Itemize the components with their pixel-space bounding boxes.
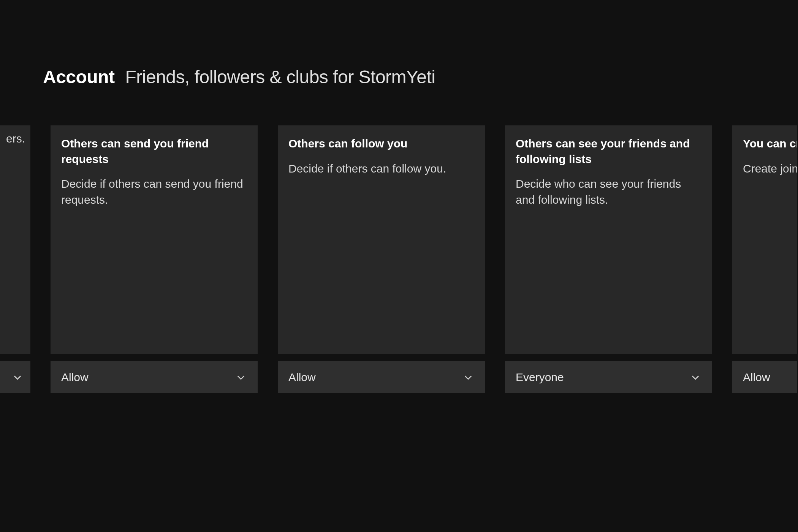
chevron-down-icon xyxy=(463,372,473,383)
header-section: Account xyxy=(43,66,115,87)
setting-select-value: Allow xyxy=(61,371,89,384)
setting-select-follow[interactable]: Allow xyxy=(278,361,485,393)
setting-card-body: Others can send you friend requests Deci… xyxy=(51,125,258,354)
setting-select-friend-requests[interactable]: Allow xyxy=(51,361,258,393)
setting-card-body: Others can see your friends and followin… xyxy=(505,125,712,354)
chevron-down-icon xyxy=(690,372,701,383)
setting-card-desc: Decide if others can follow you. xyxy=(288,161,474,177)
setting-card-desc: Decide who can see your friends and foll… xyxy=(516,176,701,208)
chevron-down-icon xyxy=(236,372,246,383)
setting-card-title: Others can see your friends and followin… xyxy=(516,136,701,167)
chevron-down-icon xyxy=(12,372,23,383)
setting-card-follow: Others can follow you Decide if others c… xyxy=(278,125,485,393)
setting-card-body: Others can follow you Decide if others c… xyxy=(278,125,485,354)
setting-card-partial-right: You can cre Create join, Allow xyxy=(732,125,797,393)
setting-card-friend-requests: Others can send you friend requests Deci… xyxy=(51,125,258,393)
setting-card-desc-fragment: Create join, xyxy=(743,161,797,177)
page-header: Account Friends, followers & clubs for S… xyxy=(43,66,435,87)
setting-select-value: Everyone xyxy=(516,371,564,384)
setting-select-partial-right[interactable]: Allow xyxy=(732,361,797,393)
setting-card-title: Others can follow you xyxy=(288,136,474,152)
setting-select-partial-left[interactable] xyxy=(0,361,30,393)
setting-card-title: Others can send you friend requests xyxy=(61,136,247,167)
setting-card-body: You can cre Create join, xyxy=(732,125,797,354)
setting-card-body: ers. xyxy=(0,125,30,354)
setting-card-partial-left: ers. xyxy=(0,125,30,393)
setting-card-desc: Decide if others can send you friend req… xyxy=(61,176,247,208)
setting-card-title-fragment: You can cre xyxy=(743,136,797,152)
header-title: Friends, followers & clubs for StormYeti xyxy=(125,66,435,87)
setting-card-desc-fragment: ers. xyxy=(0,125,30,158)
setting-card-spacer xyxy=(0,158,30,354)
setting-card-friends-lists: Others can see your friends and followin… xyxy=(505,125,712,393)
setting-select-value: Allow xyxy=(288,371,316,384)
setting-select-value: Allow xyxy=(743,371,770,384)
settings-cards-row: ers. Others can send you friend requests… xyxy=(0,125,798,393)
setting-select-friends-lists[interactable]: Everyone xyxy=(505,361,712,393)
